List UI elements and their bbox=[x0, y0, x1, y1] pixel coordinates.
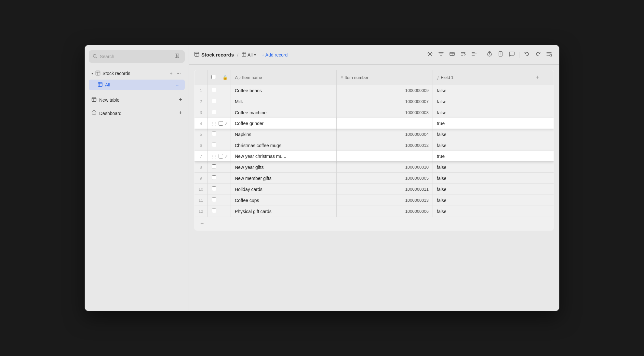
sidebar-item-dashboard[interactable]: Dashboard + bbox=[89, 107, 185, 119]
row-item-number-cell[interactable]: 1000000006 bbox=[337, 206, 433, 217]
row-item-name-cell[interactable]: Holiday cards bbox=[231, 184, 337, 195]
row-item-name-cell[interactable]: Christmas coffee mugs bbox=[231, 140, 337, 151]
row-checkbox-cell[interactable] bbox=[208, 162, 221, 173]
row-item-name-cell[interactable]: Coffee machine bbox=[231, 107, 337, 118]
row-item-number-cell[interactable] bbox=[337, 151, 433, 162]
row-checkbox-cell[interactable] bbox=[208, 206, 221, 217]
row-checkbox[interactable] bbox=[212, 186, 216, 191]
undo-button[interactable] bbox=[522, 50, 532, 60]
row-checkbox[interactable] bbox=[212, 143, 216, 147]
row-field1-cell[interactable]: false bbox=[433, 129, 529, 140]
add-view-button[interactable]: + bbox=[168, 70, 174, 77]
row-checkbox[interactable] bbox=[212, 164, 216, 169]
row-item-name-cell[interactable]: New year christmas mu... bbox=[231, 151, 337, 162]
row-item-number-cell[interactable]: 1000000010 bbox=[337, 162, 433, 173]
row-field1-cell[interactable]: false bbox=[433, 140, 529, 151]
row-item-name-cell[interactable]: Coffee cups bbox=[231, 195, 337, 206]
row-item-number-cell[interactable]: 1000000011 bbox=[337, 184, 433, 195]
comments-button[interactable] bbox=[507, 50, 517, 60]
row-item-number-cell[interactable]: 1000000012 bbox=[337, 140, 433, 151]
add-row-button[interactable]: + bbox=[198, 220, 206, 228]
row-checkbox-cell[interactable] bbox=[208, 96, 221, 107]
filter-button[interactable] bbox=[436, 50, 446, 60]
search-bar[interactable]: Search bbox=[89, 50, 185, 63]
row-extra-cell bbox=[529, 96, 554, 107]
sidebar-item-new-table[interactable]: New table + bbox=[89, 94, 185, 106]
row-checkbox[interactable] bbox=[212, 132, 216, 136]
row-checkbox-cell[interactable] bbox=[208, 107, 221, 118]
row-checkbox-cell[interactable] bbox=[208, 85, 221, 96]
row-item-name-cell[interactable]: Napkins bbox=[231, 129, 337, 140]
row-item-number-cell[interactable]: 1000000009 bbox=[337, 85, 433, 96]
row-drag-handle[interactable]: ⋮⋮ bbox=[210, 121, 217, 126]
row-checkbox-cell[interactable] bbox=[208, 173, 221, 184]
fields-button[interactable] bbox=[447, 50, 457, 60]
row-checkbox[interactable] bbox=[219, 121, 223, 126]
th-field1[interactable]: ƒ Field 1 bbox=[433, 70, 529, 85]
row-field1-cell[interactable]: false bbox=[433, 206, 529, 217]
row-checkbox[interactable] bbox=[212, 99, 216, 103]
row-item-name-cell[interactable]: New year gifts bbox=[231, 162, 337, 173]
group-button[interactable] bbox=[469, 50, 479, 60]
row-item-name-cell[interactable]: New member gifts bbox=[231, 173, 337, 184]
row-checkbox[interactable] bbox=[219, 154, 223, 159]
row-number-cell: 7 bbox=[195, 151, 208, 162]
row-checkbox-cell[interactable] bbox=[208, 140, 221, 151]
row-field1-cell[interactable]: true bbox=[433, 118, 529, 129]
table-row: 9New member gifts1000000005false bbox=[195, 173, 554, 184]
col-item-number-label: Item number bbox=[345, 75, 369, 80]
collapse-sidebar-button[interactable] bbox=[173, 53, 181, 60]
row-expand-icon[interactable]: ⤢ bbox=[224, 121, 228, 126]
row-item-number-cell[interactable]: 1000000004 bbox=[337, 129, 433, 140]
row-expand-icon[interactable]: ⤢ bbox=[224, 154, 228, 159]
table-header-row: 🔒 Aↄ Item name # Item number bbox=[195, 70, 554, 85]
row-field1-cell[interactable]: false bbox=[433, 85, 529, 96]
row-item-number-cell[interactable]: 1000000013 bbox=[337, 195, 433, 206]
sidebar-table-header[interactable]: ▾ Stock records + ··· bbox=[89, 68, 185, 79]
row-extra-cell bbox=[529, 118, 554, 129]
redo-button[interactable] bbox=[533, 50, 543, 60]
row-item-number-cell[interactable] bbox=[337, 118, 433, 129]
settings-button[interactable] bbox=[425, 50, 435, 60]
svg-point-21 bbox=[429, 53, 431, 55]
add-record-button[interactable]: + Add record bbox=[259, 51, 291, 59]
row-field1-cell[interactable]: false bbox=[433, 162, 529, 173]
breadcrumb-separator: / bbox=[237, 52, 238, 57]
th-item-name[interactable]: Aↄ Item name bbox=[231, 70, 337, 85]
timer-button[interactable] bbox=[485, 50, 494, 60]
add-column-button[interactable]: + bbox=[533, 73, 542, 82]
view-more-button[interactable]: ··· bbox=[174, 82, 181, 88]
row-item-number-cell[interactable]: 1000000007 bbox=[337, 96, 433, 107]
row-checkbox-cell[interactable] bbox=[208, 184, 221, 195]
row-field1-cell[interactable]: false bbox=[433, 173, 529, 184]
row-checkbox[interactable] bbox=[212, 175, 216, 180]
row-field1-cell[interactable]: false bbox=[433, 195, 529, 206]
search-records-button[interactable] bbox=[544, 50, 554, 60]
th-add-column[interactable]: + bbox=[529, 70, 554, 85]
row-checkbox[interactable] bbox=[212, 197, 216, 202]
row-drag-handle[interactable]: ⋮⋮ bbox=[210, 154, 217, 159]
row-field1-cell[interactable]: false bbox=[433, 184, 529, 195]
row-item-name-cell[interactable]: Physical gift cards bbox=[231, 206, 337, 217]
view-selector[interactable]: All ▾ bbox=[242, 52, 256, 57]
sort-button[interactable] bbox=[458, 50, 468, 60]
row-item-number-cell[interactable]: 1000000003 bbox=[337, 107, 433, 118]
row-field1-cell[interactable]: false bbox=[433, 96, 529, 107]
sidebar-item-all[interactable]: All ··· bbox=[89, 80, 185, 90]
row-checkbox[interactable] bbox=[212, 88, 216, 92]
table-options-button[interactable]: ··· bbox=[175, 70, 182, 77]
row-checkbox[interactable] bbox=[212, 110, 216, 114]
row-checkbox-cell[interactable] bbox=[208, 129, 221, 140]
row-field1-cell[interactable]: false bbox=[433, 107, 529, 118]
row-item-name-cell[interactable]: Coffee grinder bbox=[231, 118, 337, 129]
row-checkbox[interactable] bbox=[212, 209, 216, 213]
row-field1-cell[interactable]: true bbox=[433, 151, 529, 162]
row-checkbox-cell[interactable] bbox=[208, 195, 221, 206]
document-button[interactable] bbox=[496, 50, 505, 60]
th-checkbox[interactable] bbox=[208, 70, 221, 85]
row-item-number-cell[interactable]: 1000000005 bbox=[337, 173, 433, 184]
row-item-name-cell[interactable]: Milk bbox=[231, 96, 337, 107]
select-all-checkbox[interactable] bbox=[211, 75, 216, 79]
th-item-number[interactable]: # Item number bbox=[337, 70, 433, 85]
row-item-name-cell[interactable]: Coffee beans bbox=[231, 85, 337, 96]
